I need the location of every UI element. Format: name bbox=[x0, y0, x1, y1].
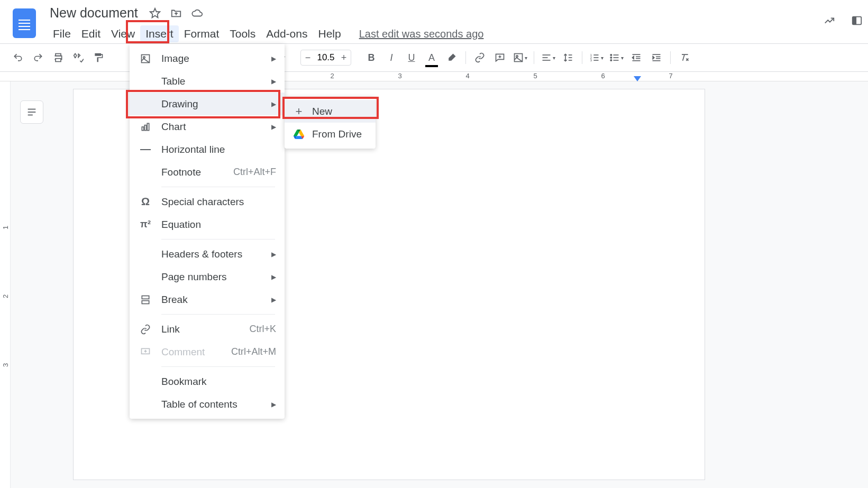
menu-separator bbox=[161, 366, 275, 367]
clear-formatting-button[interactable] bbox=[676, 49, 693, 66]
vertical-ruler[interactable]: 1 2 3 bbox=[0, 81, 11, 488]
menu-separator bbox=[161, 314, 275, 315]
menu-shortcut: Ctrl+Alt+F bbox=[233, 167, 276, 178]
insert-comment-item: Comment Ctrl+Alt+M bbox=[130, 340, 285, 363]
cloud-status-icon[interactable] bbox=[191, 7, 203, 19]
spellcheck-button[interactable] bbox=[70, 49, 87, 66]
font-size-increase[interactable]: + bbox=[337, 52, 351, 63]
align-button[interactable]: ▾ bbox=[540, 49, 556, 66]
drive-icon bbox=[293, 128, 305, 140]
insert-headers-footers-item[interactable]: Headers & footers ▶ bbox=[130, 243, 285, 265]
activity-icon[interactable] bbox=[824, 15, 835, 26]
menu-help[interactable]: Help bbox=[313, 25, 346, 42]
insert-bookmark-item[interactable]: Bookmark bbox=[130, 370, 285, 393]
table-icon bbox=[139, 75, 152, 88]
bold-button[interactable]: B bbox=[363, 49, 380, 66]
menubar: File Edit View Insert Format Tools Add-o… bbox=[48, 25, 483, 42]
docs-logo-icon[interactable] bbox=[13, 8, 36, 38]
menu-view[interactable]: View bbox=[106, 25, 140, 42]
last-edit-link[interactable]: Last edit was seconds ago bbox=[359, 28, 484, 40]
break-icon bbox=[139, 293, 152, 306]
submenu-arrow-icon: ▶ bbox=[271, 251, 276, 258]
undo-button[interactable] bbox=[10, 49, 26, 66]
insert-footnote-item[interactable]: Footnote Ctrl+Alt+F bbox=[130, 161, 285, 183]
insert-image-button[interactable]: ▾ bbox=[511, 49, 528, 66]
svg-point-22 bbox=[610, 54, 612, 56]
font-size-input[interactable] bbox=[315, 52, 337, 63]
submenu-arrow-icon: ▶ bbox=[271, 273, 276, 281]
decrease-indent-button[interactable] bbox=[628, 49, 645, 66]
insert-table-item[interactable]: Table ▶ bbox=[130, 70, 285, 93]
underline-button[interactable]: U bbox=[403, 49, 420, 66]
menu-label: From Drive bbox=[312, 128, 362, 140]
svg-rect-40 bbox=[147, 123, 149, 130]
star-icon[interactable] bbox=[149, 7, 161, 19]
drawing-submenu: + New From Drive bbox=[285, 97, 376, 149]
ruler-tick: 7 bbox=[669, 72, 672, 80]
header-right-icons bbox=[824, 15, 863, 26]
insert-break-item[interactable]: Break ▶ bbox=[130, 288, 285, 311]
menu-separator bbox=[161, 187, 275, 187]
submenu-arrow-icon: ▶ bbox=[271, 78, 276, 85]
numbered-list-button[interactable]: 123▾ bbox=[588, 49, 605, 66]
show-outline-button[interactable] bbox=[20, 100, 43, 124]
menu-edit[interactable]: Edit bbox=[76, 25, 106, 42]
insert-toc-item[interactable]: Table of contents ▶ bbox=[130, 393, 285, 416]
text-color-button[interactable]: A bbox=[423, 49, 440, 66]
font-size-control: − + bbox=[300, 50, 351, 66]
add-comment-button[interactable] bbox=[491, 49, 508, 66]
insert-image-item[interactable]: Image ▶ bbox=[130, 47, 285, 70]
ruler-tick: 3 bbox=[398, 72, 401, 80]
plus-icon: + bbox=[293, 106, 305, 117]
bulleted-list-button[interactable]: ▾ bbox=[608, 49, 625, 66]
insert-link-item[interactable]: Link Ctrl+K bbox=[130, 318, 285, 340]
image-icon bbox=[139, 52, 152, 65]
drawing-new-item[interactable]: + New bbox=[285, 100, 376, 123]
menu-shortcut: Ctrl+K bbox=[249, 324, 276, 335]
svg-point-23 bbox=[610, 57, 612, 59]
insert-special-chars-item[interactable]: Ω Special characters bbox=[130, 190, 285, 213]
submenu-arrow-icon: ▶ bbox=[271, 123, 276, 131]
drawing-icon bbox=[139, 98, 152, 111]
panel-icon[interactable] bbox=[851, 15, 863, 26]
toc-icon bbox=[139, 398, 152, 411]
line-spacing-button[interactable] bbox=[560, 49, 577, 66]
comment-icon bbox=[139, 346, 152, 358]
vruler-tick: 2 bbox=[2, 294, 10, 298]
svg-marker-0 bbox=[150, 8, 160, 17]
insert-equation-item[interactable]: π² Equation bbox=[130, 213, 285, 236]
ruler-right-indent-marker[interactable] bbox=[634, 76, 641, 81]
document-title[interactable]: New document bbox=[50, 5, 138, 21]
menu-format[interactable]: Format bbox=[179, 25, 225, 42]
highlight-button[interactable] bbox=[443, 49, 460, 66]
italic-button[interactable]: I bbox=[383, 49, 400, 66]
paint-format-button[interactable] bbox=[90, 49, 107, 66]
svg-rect-4 bbox=[56, 59, 61, 62]
insert-drawing-item[interactable]: Drawing ▶ bbox=[130, 93, 285, 115]
svg-text:3: 3 bbox=[590, 59, 591, 62]
insert-link-button[interactable] bbox=[471, 49, 488, 66]
drawing-from-drive-item[interactable]: From Drive bbox=[285, 123, 376, 145]
insert-hline-item[interactable]: Horizontal line bbox=[130, 138, 285, 161]
submenu-arrow-icon: ▶ bbox=[271, 100, 276, 108]
menu-label: Comment bbox=[161, 346, 205, 358]
svg-rect-42 bbox=[142, 296, 149, 299]
menu-label: Image bbox=[161, 53, 189, 65]
menu-tools[interactable]: Tools bbox=[224, 25, 261, 42]
increase-indent-button[interactable] bbox=[648, 49, 665, 66]
ruler-tick: 4 bbox=[465, 72, 469, 80]
menu-file[interactable]: File bbox=[48, 25, 76, 42]
redo-button[interactable] bbox=[30, 49, 47, 66]
menu-label: Special characters bbox=[161, 196, 244, 208]
font-size-decrease[interactable]: − bbox=[301, 52, 315, 63]
print-button[interactable] bbox=[50, 49, 67, 66]
link-icon bbox=[139, 323, 152, 336]
menu-insert[interactable]: Insert bbox=[140, 25, 179, 42]
move-icon[interactable] bbox=[170, 7, 182, 19]
insert-menu-dropdown: Image ▶ Table ▶ Drawing ▶ Chart ▶ Horizo… bbox=[130, 44, 285, 419]
insert-chart-item[interactable]: Chart ▶ bbox=[130, 115, 285, 138]
menu-addons[interactable]: Add-ons bbox=[261, 25, 313, 42]
menu-label: Drawing bbox=[161, 98, 198, 110]
vruler-tick: 3 bbox=[2, 363, 10, 367]
insert-page-numbers-item[interactable]: Page numbers ▶ bbox=[130, 265, 285, 288]
